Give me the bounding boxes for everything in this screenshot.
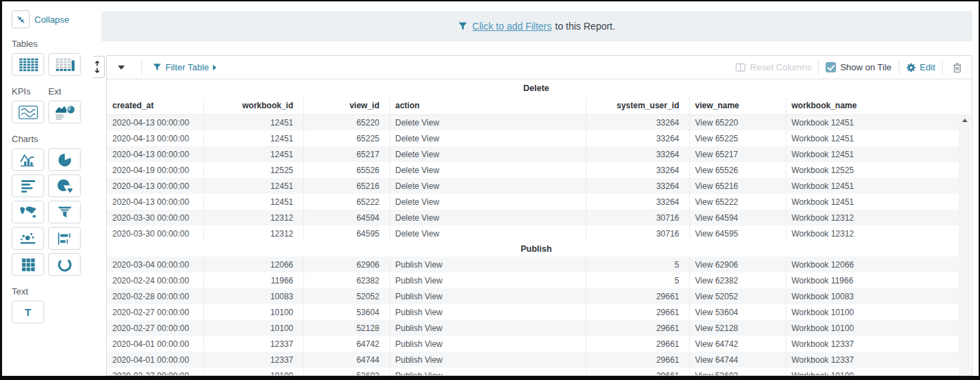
cell-action: Publish View xyxy=(389,352,586,368)
sidebar-button-table[interactable] xyxy=(12,53,44,76)
sidebar-button-pie-chart[interactable] xyxy=(48,148,81,171)
cell-workbook_id: 12451 xyxy=(203,130,303,146)
column-header-action[interactable]: action xyxy=(389,97,586,114)
cell-created_at: 2020-03-30 00:00:00 xyxy=(107,210,203,226)
collapse-label: Collapse xyxy=(34,14,70,25)
toolbar-divider xyxy=(899,61,899,74)
cell-view_name: View 65222 xyxy=(689,194,786,210)
charts-icon-grid xyxy=(12,148,82,276)
cell-created_at: 2020-04-13 00:00:00 xyxy=(107,194,203,210)
cell-workbook_id: 11966 xyxy=(203,272,303,288)
kpi-sparkline-icon xyxy=(18,105,39,120)
column-header-system_user_id[interactable]: system_user_id xyxy=(586,97,689,114)
cell-view_id: 52052 xyxy=(303,288,389,304)
cell-workbook_id: 12337 xyxy=(203,352,303,368)
vertical-scrollbar[interactable] xyxy=(959,114,970,375)
table-row: 2020-02-24 00:00:001196662382Publish Vie… xyxy=(107,272,960,288)
column-header-workbook_name[interactable]: workbook_name xyxy=(786,97,960,114)
edit-button[interactable]: Edit xyxy=(906,62,935,72)
cell-view_name: View 64742 xyxy=(689,336,786,352)
cell-created_at: 2020-02-24 00:00:00 xyxy=(107,272,203,288)
show-on-tile-toggle[interactable]: Show on Tile xyxy=(826,62,891,72)
cell-view_id: 65220 xyxy=(303,114,389,130)
tile-menu-button[interactable] xyxy=(107,56,134,79)
cell-action: Publish View xyxy=(389,304,586,320)
cell-action: Publish View xyxy=(389,320,586,336)
cell-workbook_id: 12066 xyxy=(203,257,303,272)
cell-workbook_name: Workbook 10100 xyxy=(786,304,960,320)
cell-view_name: View 65217 xyxy=(689,146,786,162)
cell-view_id: 62382 xyxy=(303,272,389,288)
sidebar-button-bullet-chart[interactable] xyxy=(48,227,81,250)
table-row: 2020-03-30 00:00:001231264595Delete View… xyxy=(107,226,960,241)
cell-action: Delete View xyxy=(389,226,586,241)
sidebar-button-gauge-chart[interactable] xyxy=(48,253,81,276)
cell-created_at: 2020-04-13 00:00:00 xyxy=(107,114,203,130)
column-header-workbook_id[interactable]: workbook_id xyxy=(203,97,303,114)
table-row: 2020-02-27 00:00:001010053604Publish Vie… xyxy=(107,304,960,320)
table-row: 2020-02-28 00:00:001008352052Publish Vie… xyxy=(107,288,960,304)
cell-system_user_id: 29661 xyxy=(586,304,689,320)
table-row: 2020-04-13 00:00:001245165225Delete View… xyxy=(107,130,960,146)
scroll-up-button[interactable] xyxy=(959,114,970,126)
sidebar-button-text-t[interactable]: T xyxy=(12,301,44,323)
filter-table-button[interactable]: Filter Table xyxy=(149,62,221,72)
cell-workbook_name: Workbook 12451 xyxy=(786,114,960,130)
delete-tile-button[interactable] xyxy=(950,62,972,73)
filter-table-label: Filter Table xyxy=(165,62,209,72)
section-label-charts: Charts xyxy=(12,134,93,144)
cell-system_user_id: 29661 xyxy=(586,336,689,352)
cell-view_name: View 65526 xyxy=(689,162,786,178)
group-header-label: Publish xyxy=(107,241,960,257)
sidebar-button-ext-mixed-chart[interactable] xyxy=(48,101,81,123)
checkbox-checked-icon xyxy=(826,62,836,72)
cell-system_user_id: 33264 xyxy=(586,194,689,210)
cell-system_user_id: 30716 xyxy=(586,226,689,241)
sidebar-button-line-bar-chart[interactable] xyxy=(12,148,44,171)
reset-columns-button[interactable]: Reset Columns xyxy=(735,62,811,72)
sidebar-button-pie-slice-chart[interactable] xyxy=(48,174,81,197)
resize-handle-button[interactable] xyxy=(93,56,105,78)
column-header-view_id[interactable]: view_id xyxy=(303,97,389,114)
group-row-publish: Publish xyxy=(107,241,960,257)
trash-icon xyxy=(952,62,962,73)
cell-system_user_id: 33264 xyxy=(586,162,689,178)
group-header-label: Delete xyxy=(107,79,960,97)
collapse-button[interactable]: Collapse xyxy=(12,10,93,28)
table-row: 2020-04-13 00:00:001245165216Delete View… xyxy=(107,178,960,194)
table-container: Deletecreated_atworkbook_idview_idaction… xyxy=(107,79,972,375)
cell-system_user_id: 33264 xyxy=(586,146,689,162)
sidebar-button-scatter-chart[interactable] xyxy=(12,227,44,250)
section-label-kpis: KPIs xyxy=(12,86,44,97)
column-header-view_name[interactable]: view_name xyxy=(689,97,786,114)
cell-view_name: View 53603 xyxy=(689,368,786,375)
cell-workbook_name: Workbook 12451 xyxy=(786,194,960,210)
sidebar-button-kpi-sparkline[interactable] xyxy=(12,101,44,123)
cell-created_at: 2020-04-13 00:00:00 xyxy=(107,178,203,194)
kpis-ext-labels: KPIs Ext xyxy=(12,86,93,97)
cell-system_user_id: 30716 xyxy=(586,210,689,226)
tile-toolbar: Filter Table Reset Columns xyxy=(107,56,972,79)
kpis-ext-icon-row xyxy=(12,101,82,123)
toolbar-divider xyxy=(141,61,142,74)
cell-workbook_id: 10100 xyxy=(203,304,303,320)
cell-created_at: 2020-04-13 00:00:00 xyxy=(107,130,203,146)
triangle-up-icon xyxy=(962,119,968,122)
cell-created_at: 2020-04-01 00:00:00 xyxy=(107,352,203,368)
sidebar-button-grid-table[interactable] xyxy=(12,253,44,276)
cell-workbook_id: 12451 xyxy=(203,178,303,194)
ext-mixed-chart-icon xyxy=(54,105,75,120)
cell-view_id: 64742 xyxy=(303,336,389,352)
sidebar-button-cross-table[interactable] xyxy=(48,53,81,76)
table-row: 2020-03-30 00:00:001231264594Delete View… xyxy=(107,210,960,226)
sidebar-button-map-chart[interactable] xyxy=(12,201,44,223)
sidebar-button-horizontal-bar-chart[interactable] xyxy=(12,174,44,197)
add-filters-link[interactable]: Click to add Filters xyxy=(472,21,551,32)
column-header-created_at[interactable]: created_at xyxy=(107,97,203,114)
cell-workbook_id: 12451 xyxy=(203,114,303,130)
sidebar-button-funnel-chart[interactable] xyxy=(48,201,81,223)
cell-view_name: View 62382 xyxy=(689,272,786,288)
table-row: 2020-04-01 00:00:001233764744Publish Vie… xyxy=(107,352,960,368)
cell-action: Delete View xyxy=(389,114,586,130)
tables-icon-row xyxy=(12,53,82,76)
